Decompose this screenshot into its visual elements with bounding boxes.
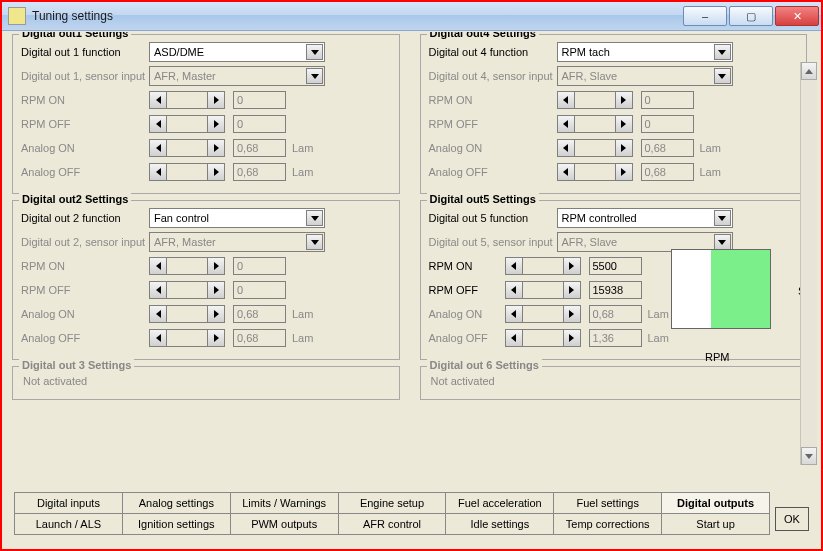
decrement-button[interactable]: [149, 329, 167, 347]
group-digital-out2: Digital out2 Settings Digital out 2 func…: [12, 200, 400, 360]
decrement-button[interactable]: [149, 115, 167, 133]
analog-off-spinner[interactable]: [149, 163, 225, 181]
chevron-down-icon[interactable]: [714, 44, 731, 60]
tab-limits-warnings[interactable]: Limits / Warnings: [230, 492, 339, 514]
analog-on-spinner[interactable]: [149, 139, 225, 157]
decrement-button[interactable]: [149, 281, 167, 299]
tab-launch-als[interactable]: Launch / ALS: [14, 513, 123, 535]
decrement-button[interactable]: [505, 305, 523, 323]
maximize-button[interactable]: ▢: [729, 6, 773, 26]
analog-off-spinner[interactable]: [557, 163, 633, 181]
increment-button[interactable]: [615, 139, 633, 157]
rpm-on-spinner[interactable]: [557, 91, 633, 109]
analog-off-spinner[interactable]: [149, 329, 225, 347]
decrement-button[interactable]: [557, 115, 575, 133]
analog-on-spinner[interactable]: [149, 305, 225, 323]
decrement-button[interactable]: [149, 257, 167, 275]
increment-button[interactable]: [615, 91, 633, 109]
group-digital-out4: Digital out4 Settings Digital out 4 func…: [420, 34, 808, 194]
decrement-button[interactable]: [505, 281, 523, 299]
increment-button[interactable]: [207, 305, 225, 323]
func-combo[interactable]: ASD/DME: [149, 42, 325, 62]
analog-off-spinner[interactable]: [505, 329, 581, 347]
tab-fuel-acceleration[interactable]: Fuel acceleration: [445, 492, 554, 514]
decrement-button[interactable]: [557, 91, 575, 109]
analog-on-label: Analog ON: [21, 142, 149, 154]
decrement-button[interactable]: [149, 139, 167, 157]
rpm-off-value: 0: [233, 115, 286, 133]
tab-digital-inputs[interactable]: Digital inputs: [14, 492, 123, 514]
decrement-button[interactable]: [149, 163, 167, 181]
increment-button[interactable]: [207, 115, 225, 133]
tab-analog-settings[interactable]: Analog settings: [122, 492, 231, 514]
func-combo[interactable]: RPM tach: [557, 42, 733, 62]
decrement-button[interactable]: [557, 163, 575, 181]
unit-label: Lam: [648, 332, 669, 344]
vertical-scrollbar[interactable]: [800, 62, 817, 465]
increment-button[interactable]: [615, 115, 633, 133]
tab-engine-setup[interactable]: Engine setup: [338, 492, 447, 514]
tab-idle-settings[interactable]: Idle settings: [445, 513, 554, 535]
chevron-down-icon[interactable]: [714, 210, 731, 226]
decrement-button[interactable]: [505, 257, 523, 275]
rpm-off-spinner[interactable]: [557, 115, 633, 133]
analog-off-value: 0,68: [233, 329, 286, 347]
rpm-on-spinner[interactable]: [149, 257, 225, 275]
analog-on-value: 0,68: [589, 305, 642, 323]
increment-button[interactable]: [563, 329, 581, 347]
increment-button[interactable]: [563, 257, 581, 275]
increment-button[interactable]: [207, 163, 225, 181]
ok-button[interactable]: OK: [775, 507, 809, 531]
tab-fuel-settings[interactable]: Fuel settings: [553, 492, 662, 514]
increment-button[interactable]: [207, 139, 225, 157]
graph-active-region: [711, 250, 770, 328]
increment-button[interactable]: [563, 281, 581, 299]
decrement-button[interactable]: [557, 139, 575, 157]
rpm-on-spinner[interactable]: [149, 91, 225, 109]
increment-button[interactable]: [207, 257, 225, 275]
func-label: Digital out 2 function: [21, 212, 149, 224]
tab-digital-outputs[interactable]: Digital outputs: [661, 492, 770, 514]
group-legend: Digital out 3 Settings: [19, 359, 134, 371]
sensor-label: Digital out 1, sensor input: [21, 70, 149, 82]
chevron-down-icon[interactable]: [306, 44, 323, 60]
scroll-down-button[interactable]: [801, 447, 817, 465]
decrement-button[interactable]: [149, 305, 167, 323]
tab-afr-control[interactable]: AFR control: [338, 513, 447, 535]
chevron-down-icon[interactable]: [306, 210, 323, 226]
rpm-off-spinner[interactable]: [149, 115, 225, 133]
tab-ignition-settings[interactable]: Ignition settings: [122, 513, 231, 535]
rpm-on-label: RPM ON: [21, 94, 149, 106]
increment-button[interactable]: [207, 281, 225, 299]
titlebar[interactable]: Tuning settings – ▢ ✕: [2, 2, 821, 31]
decrement-button[interactable]: [149, 91, 167, 109]
analog-on-label: Analog ON: [429, 308, 505, 320]
not-activated-label: Not activated: [429, 371, 799, 391]
graph-bottom-label: RPM: [705, 351, 729, 363]
tab-temp-corrections[interactable]: Temp corrections: [553, 513, 662, 535]
rpm-off-spinner[interactable]: [505, 281, 581, 299]
rpm-off-spinner[interactable]: [149, 281, 225, 299]
analog-on-value: 0,68: [233, 139, 286, 157]
tab-start-up[interactable]: Start up: [661, 513, 770, 535]
analog-on-spinner[interactable]: [505, 305, 581, 323]
chevron-down-icon: [714, 234, 731, 250]
close-button[interactable]: ✕: [775, 6, 819, 26]
tab-pwm-outputs[interactable]: PWM outputs: [230, 513, 339, 535]
analog-on-spinner[interactable]: [557, 139, 633, 157]
decrement-button[interactable]: [505, 329, 523, 347]
increment-button[interactable]: [615, 163, 633, 181]
scroll-up-button[interactable]: [801, 62, 817, 80]
rpm-on-spinner[interactable]: [505, 257, 581, 275]
chevron-down-icon: [306, 234, 323, 250]
analog-off-label: Analog OFF: [21, 332, 149, 344]
minimize-button[interactable]: –: [683, 6, 727, 26]
increment-button[interactable]: [207, 91, 225, 109]
func-combo[interactable]: RPM controlled: [557, 208, 733, 228]
func-combo[interactable]: Fan control: [149, 208, 325, 228]
sensor-label: Digital out 4, sensor input: [429, 70, 557, 82]
group-legend: Digital out5 Settings: [427, 193, 539, 205]
increment-button[interactable]: [563, 305, 581, 323]
increment-button[interactable]: [207, 329, 225, 347]
analog-on-value: 0,68: [233, 305, 286, 323]
